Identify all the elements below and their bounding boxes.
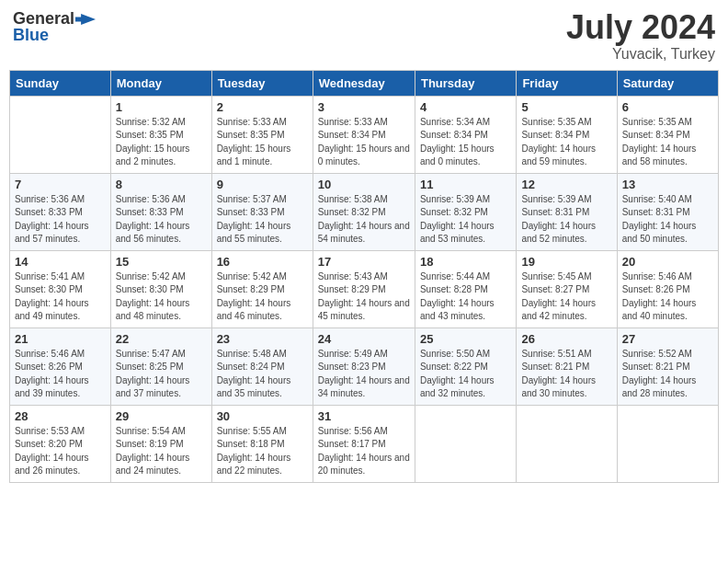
calendar-cell: 1Sunrise: 5:32 AMSunset: 8:35 PMDaylight… xyxy=(110,96,211,173)
calendar-cell: 8Sunrise: 5:36 AMSunset: 8:33 PMDaylight… xyxy=(110,173,211,250)
calendar-cell: 12Sunrise: 5:39 AMSunset: 8:31 PMDayligh… xyxy=(517,173,617,250)
day-info: Sunrise: 5:46 AMSunset: 8:26 PMDaylight:… xyxy=(15,348,106,401)
calendar-header-row: SundayMondayTuesdayWednesdayThursdayFrid… xyxy=(10,70,719,96)
day-info: Sunrise: 5:32 AMSunset: 8:35 PMDaylight:… xyxy=(116,116,207,169)
day-number: 22 xyxy=(116,332,207,346)
logo-arrow-icon xyxy=(75,11,96,28)
calendar-cell: 7Sunrise: 5:36 AMSunset: 8:33 PMDaylight… xyxy=(10,173,111,250)
calendar-cell: 3Sunrise: 5:33 AMSunset: 8:34 PMDaylight… xyxy=(313,96,415,173)
calendar-cell: 4Sunrise: 5:34 AMSunset: 8:34 PMDaylight… xyxy=(415,96,516,173)
day-info: Sunrise: 5:44 AMSunset: 8:28 PMDaylight:… xyxy=(420,270,511,324)
calendar-week-1: 1Sunrise: 5:32 AMSunset: 8:35 PMDaylight… xyxy=(10,96,719,173)
day-number: 11 xyxy=(420,178,511,191)
calendar-cell: 22Sunrise: 5:47 AMSunset: 8:25 PMDayligh… xyxy=(110,327,211,405)
day-number: 26 xyxy=(521,332,611,346)
day-info: Sunrise: 5:51 AMSunset: 8:21 PMDaylight:… xyxy=(521,348,611,401)
day-info: Sunrise: 5:46 AMSunset: 8:26 PMDaylight:… xyxy=(622,270,713,324)
calendar-cell xyxy=(517,405,617,482)
calendar-week-3: 14Sunrise: 5:41 AMSunset: 8:30 PMDayligh… xyxy=(10,250,719,327)
day-number: 9 xyxy=(217,178,308,191)
calendar-cell: 17Sunrise: 5:43 AMSunset: 8:29 PMDayligh… xyxy=(313,250,415,327)
calendar-cell xyxy=(617,405,718,482)
calendar-cell: 29Sunrise: 5:54 AMSunset: 8:19 PMDayligh… xyxy=(110,405,211,482)
day-number: 12 xyxy=(521,178,611,191)
page-header: General Blue July 2024 Yuvacik, Turkey xyxy=(9,9,719,63)
calendar-cell: 11Sunrise: 5:39 AMSunset: 8:32 PMDayligh… xyxy=(415,173,516,250)
day-info: Sunrise: 5:38 AMSunset: 8:32 PMDaylight:… xyxy=(318,193,410,247)
weekday-header-thursday: Thursday xyxy=(415,70,516,96)
day-number: 5 xyxy=(521,100,611,114)
calendar-week-2: 7Sunrise: 5:36 AMSunset: 8:33 PMDaylight… xyxy=(10,173,719,250)
weekday-header-wednesday: Wednesday xyxy=(313,70,415,96)
day-info: Sunrise: 5:39 AMSunset: 8:32 PMDaylight:… xyxy=(420,193,511,247)
day-number: 13 xyxy=(622,178,713,191)
day-number: 19 xyxy=(521,255,611,269)
day-info: Sunrise: 5:39 AMSunset: 8:31 PMDaylight:… xyxy=(521,193,611,247)
day-number: 25 xyxy=(420,332,511,346)
day-info: Sunrise: 5:42 AMSunset: 8:29 PMDaylight:… xyxy=(217,270,308,324)
day-info: Sunrise: 5:41 AMSunset: 8:30 PMDaylight:… xyxy=(15,270,106,324)
day-info: Sunrise: 5:36 AMSunset: 8:33 PMDaylight:… xyxy=(15,193,106,247)
calendar-cell: 2Sunrise: 5:33 AMSunset: 8:35 PMDaylight… xyxy=(211,96,313,173)
calendar-cell: 9Sunrise: 5:37 AMSunset: 8:33 PMDaylight… xyxy=(211,173,313,250)
day-number: 30 xyxy=(217,409,308,423)
day-number: 4 xyxy=(420,100,511,114)
calendar-cell: 28Sunrise: 5:53 AMSunset: 8:20 PMDayligh… xyxy=(10,405,111,482)
calendar-cell: 15Sunrise: 5:42 AMSunset: 8:30 PMDayligh… xyxy=(110,250,211,327)
day-number: 28 xyxy=(15,409,106,423)
day-number: 10 xyxy=(318,178,410,191)
calendar-week-4: 21Sunrise: 5:46 AMSunset: 8:26 PMDayligh… xyxy=(10,327,719,405)
weekday-header-tuesday: Tuesday xyxy=(211,70,313,96)
day-number: 6 xyxy=(622,100,713,114)
calendar-cell: 6Sunrise: 5:35 AMSunset: 8:34 PMDaylight… xyxy=(617,96,718,173)
day-number: 29 xyxy=(116,409,207,423)
calendar-cell: 25Sunrise: 5:50 AMSunset: 8:22 PMDayligh… xyxy=(415,327,516,405)
calendar-cell: 30Sunrise: 5:55 AMSunset: 8:18 PMDayligh… xyxy=(211,405,313,482)
day-info: Sunrise: 5:37 AMSunset: 8:33 PMDaylight:… xyxy=(217,193,308,247)
calendar-cell xyxy=(415,405,516,482)
day-number: 23 xyxy=(217,332,308,346)
day-info: Sunrise: 5:35 AMSunset: 8:34 PMDaylight:… xyxy=(521,116,611,169)
day-info: Sunrise: 5:42 AMSunset: 8:30 PMDaylight:… xyxy=(116,270,207,324)
day-info: Sunrise: 5:56 AMSunset: 8:17 PMDaylight:… xyxy=(318,425,410,478)
weekday-header-sunday: Sunday xyxy=(10,70,111,96)
logo-blue: Blue xyxy=(13,26,49,45)
calendar-cell: 16Sunrise: 5:42 AMSunset: 8:29 PMDayligh… xyxy=(211,250,313,327)
calendar-week-5: 28Sunrise: 5:53 AMSunset: 8:20 PMDayligh… xyxy=(10,405,719,482)
day-number: 8 xyxy=(116,178,207,191)
calendar-cell xyxy=(10,96,111,173)
day-info: Sunrise: 5:50 AMSunset: 8:22 PMDaylight:… xyxy=(420,348,511,401)
calendar-table: SundayMondayTuesdayWednesdayThursdayFrid… xyxy=(9,70,719,483)
day-number: 7 xyxy=(15,178,106,191)
day-number: 27 xyxy=(622,332,713,346)
day-info: Sunrise: 5:55 AMSunset: 8:18 PMDaylight:… xyxy=(217,425,308,478)
weekday-header-friday: Friday xyxy=(517,70,617,96)
calendar-cell: 23Sunrise: 5:48 AMSunset: 8:24 PMDayligh… xyxy=(211,327,313,405)
day-info: Sunrise: 5:52 AMSunset: 8:21 PMDaylight:… xyxy=(622,348,713,401)
logo: General Blue xyxy=(13,9,96,45)
day-info: Sunrise: 5:54 AMSunset: 8:19 PMDaylight:… xyxy=(116,425,207,478)
location: Yuvacik, Turkey xyxy=(566,46,715,63)
day-number: 31 xyxy=(318,409,410,423)
calendar-cell: 26Sunrise: 5:51 AMSunset: 8:21 PMDayligh… xyxy=(517,327,617,405)
month-title: July 2024 xyxy=(566,9,715,46)
day-number: 16 xyxy=(217,255,308,269)
day-info: Sunrise: 5:33 AMSunset: 8:34 PMDaylight:… xyxy=(318,116,410,169)
calendar-cell: 10Sunrise: 5:38 AMSunset: 8:32 PMDayligh… xyxy=(313,173,415,250)
calendar-cell: 13Sunrise: 5:40 AMSunset: 8:31 PMDayligh… xyxy=(617,173,718,250)
calendar-cell: 24Sunrise: 5:49 AMSunset: 8:23 PMDayligh… xyxy=(313,327,415,405)
calendar-cell: 20Sunrise: 5:46 AMSunset: 8:26 PMDayligh… xyxy=(617,250,718,327)
calendar-cell: 14Sunrise: 5:41 AMSunset: 8:30 PMDayligh… xyxy=(10,250,111,327)
weekday-header-saturday: Saturday xyxy=(617,70,718,96)
day-number: 17 xyxy=(318,255,410,269)
day-info: Sunrise: 5:47 AMSunset: 8:25 PMDaylight:… xyxy=(116,348,207,401)
svg-marker-0 xyxy=(75,13,96,24)
day-info: Sunrise: 5:45 AMSunset: 8:27 PMDaylight:… xyxy=(521,270,611,324)
calendar-cell: 18Sunrise: 5:44 AMSunset: 8:28 PMDayligh… xyxy=(415,250,516,327)
day-info: Sunrise: 5:33 AMSunset: 8:35 PMDaylight:… xyxy=(217,116,308,169)
day-number: 21 xyxy=(15,332,106,346)
day-info: Sunrise: 5:43 AMSunset: 8:29 PMDaylight:… xyxy=(318,270,410,324)
day-info: Sunrise: 5:53 AMSunset: 8:20 PMDaylight:… xyxy=(15,425,106,478)
day-number: 24 xyxy=(318,332,410,346)
day-info: Sunrise: 5:35 AMSunset: 8:34 PMDaylight:… xyxy=(622,116,713,169)
